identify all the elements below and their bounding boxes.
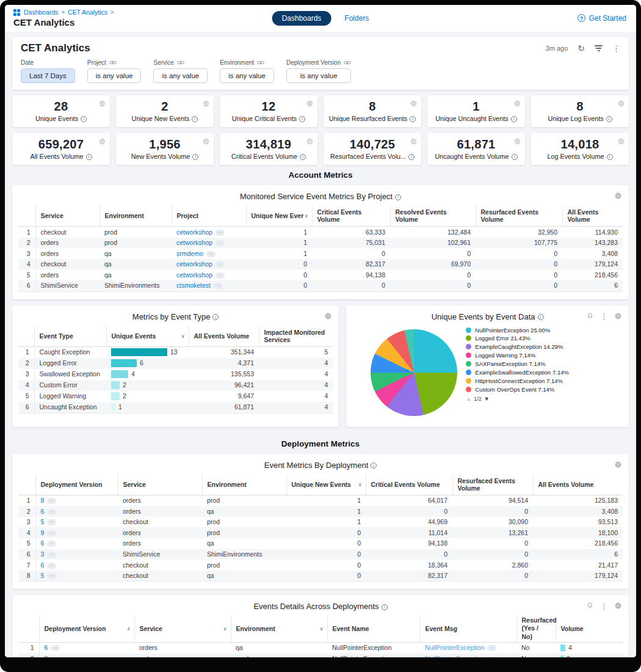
kebab-menu-icon[interactable]: ⋮ xyxy=(600,602,608,611)
legend-item[interactable]: SAXParseException 7.14% xyxy=(466,360,570,367)
legend-item[interactable]: NullPointerException 25.00% xyxy=(466,327,570,334)
get-started-link[interactable]: ? Get Started xyxy=(578,14,626,23)
link[interactable]: 8 xyxy=(41,497,45,504)
link[interactable]: NullPointerException xyxy=(425,644,484,651)
info-icon[interactable]: i xyxy=(192,116,198,122)
ellipsis-badge[interactable]: ⋯ xyxy=(47,530,56,536)
col-event-name[interactable]: Event Name xyxy=(327,615,420,642)
info-icon[interactable]: i xyxy=(408,154,415,160)
ellipsis-badge[interactable]: ⋯ xyxy=(215,240,225,246)
link[interactable]: cetworkshop xyxy=(176,239,212,246)
col-environment[interactable]: Environment∨ xyxy=(231,615,327,642)
legend-item[interactable]: ExampleSwallowedException 7.14% xyxy=(466,369,570,376)
kebab-menu-icon[interactable]: ⋮ xyxy=(600,312,608,321)
info-icon[interactable]: i xyxy=(192,154,198,160)
ellipsis-badge[interactable]: ⋯ xyxy=(51,645,60,651)
bell-icon[interactable] xyxy=(587,311,593,322)
sort-desc-icon[interactable]: ∨ xyxy=(305,213,308,219)
link[interactable]: cetworkshop xyxy=(176,228,212,236)
col-volume[interactable]: Volume xyxy=(556,615,623,642)
ellipsis-badge[interactable]: ⋯ xyxy=(487,656,496,657)
ellipsis-badge[interactable]: ⋯ xyxy=(47,573,56,579)
sort-desc-icon[interactable]: ∨ xyxy=(223,626,227,632)
ellipsis-badge[interactable]: ⋯ xyxy=(47,541,56,547)
info-icon[interactable]: i xyxy=(395,194,401,200)
link[interactable]: 5 xyxy=(41,572,45,579)
link[interactable]: srmdemo xyxy=(176,250,203,257)
link[interactable]: NullPointerException xyxy=(425,655,484,657)
info-icon[interactable]: i xyxy=(512,154,518,160)
col-service[interactable]: Service xyxy=(35,205,100,227)
info-icon[interactable]: i xyxy=(212,314,219,320)
filter-value[interactable]: is any value xyxy=(220,68,274,83)
legend-item[interactable]: Logged Error 21.43% xyxy=(466,335,570,341)
tab-folders[interactable]: Folders xyxy=(344,14,369,23)
kebab-menu-icon[interactable]: ⋮ xyxy=(612,44,620,53)
legend-item[interactable]: ExampleCaughtException 14.29% xyxy=(466,343,570,350)
ellipsis-badge[interactable]: ⋯ xyxy=(214,283,223,289)
filter-value[interactable]: Last 7 Days xyxy=(21,68,75,83)
ellipsis-badge[interactable]: ⋯ xyxy=(47,498,56,504)
legend-item[interactable]: Logged Warning 7.14% xyxy=(466,352,570,359)
col-service[interactable]: Service∨ xyxy=(134,615,231,642)
ellipsis-badge[interactable]: ⋯ xyxy=(215,230,225,236)
link[interactable]: 6 xyxy=(45,644,48,651)
legend-item[interactable]: HttpHostConnectException 7.14% xyxy=(466,378,570,384)
info-icon[interactable]: i xyxy=(607,154,613,160)
tab-dashboards[interactable]: Dashboards xyxy=(272,11,331,26)
ellipsis-badge[interactable]: ⋯ xyxy=(47,509,56,515)
col-resurfaced-events-volume[interactable]: Resurfaced Events Volume xyxy=(452,474,533,495)
col-resolved-events-volume[interactable]: Resolved Events Volume xyxy=(390,205,476,227)
link[interactable]: 6 xyxy=(41,508,45,515)
page-up-icon[interactable]: ▲ xyxy=(466,396,471,403)
link[interactable]: 5 xyxy=(41,518,45,525)
filter-value[interactable]: is any value xyxy=(87,68,142,83)
ellipsis-badge[interactable]: ⋯ xyxy=(206,251,215,257)
info-icon[interactable]: i xyxy=(382,604,388,610)
col-critical-events-volume[interactable]: Critical Events Volume xyxy=(366,474,452,495)
ellipsis-badge[interactable]: ⋯ xyxy=(47,552,56,558)
info-icon[interactable]: i xyxy=(538,314,544,320)
ellipsis-badge[interactable]: ⋯ xyxy=(47,519,56,525)
info-icon[interactable]: i xyxy=(81,116,87,122)
col-unique-new-events[interactable]: Unique New Ever∨ xyxy=(246,205,312,227)
info-icon[interactable]: i xyxy=(371,462,377,469)
col-all-events-volume[interactable]: All Events Volume xyxy=(562,205,623,227)
link[interactable]: 9 xyxy=(41,529,45,536)
col-project[interactable]: Project xyxy=(172,205,246,227)
link[interactable]: cetworkshop xyxy=(176,260,212,268)
info-icon[interactable]: i xyxy=(299,116,305,122)
page-down-icon[interactable]: ▼ xyxy=(484,396,490,403)
col-deployment-version[interactable]: Deployment Version xyxy=(35,474,118,495)
filter-value[interactable]: is any value xyxy=(286,68,352,83)
col-resurfaced[interactable]: Resurfaced (Yes / No) xyxy=(516,615,556,642)
link[interactable]: cetworkshop xyxy=(176,271,212,279)
col-environment[interactable]: Environment xyxy=(100,205,172,227)
col-unique-new-events[interactable]: Unique New Events∨ xyxy=(286,474,366,495)
ellipsis-badge[interactable]: ⋯ xyxy=(487,645,496,651)
col-service[interactable]: Service xyxy=(118,474,202,495)
sort-desc-icon[interactable]: ∨ xyxy=(181,333,185,338)
sort-asc-icon[interactable]: ∧ xyxy=(127,626,131,632)
sort-desc-icon[interactable]: ∨ xyxy=(320,626,324,632)
ellipsis-badge[interactable]: ⋯ xyxy=(215,272,225,279)
refresh-icon[interactable]: ↻ xyxy=(578,43,585,53)
info-icon[interactable]: i xyxy=(511,116,517,122)
col-all-events-volume[interactable]: All Events Volume xyxy=(189,326,259,347)
link[interactable]: 8 xyxy=(45,655,48,657)
col-unique-events[interactable]: Unique Events∨ xyxy=(106,326,189,347)
col-critical-events-volume[interactable]: Critical Events Volume xyxy=(312,205,390,227)
sort-desc-icon[interactable]: ∨ xyxy=(358,481,362,487)
bell-icon[interactable] xyxy=(587,601,593,612)
col-event-type[interactable]: Event Type xyxy=(34,326,106,347)
ellipsis-badge[interactable]: ⋯ xyxy=(47,563,56,569)
col-impacted-services[interactable]: Impacted Monitored Services xyxy=(259,326,333,347)
filter-icon[interactable] xyxy=(595,44,603,53)
pie-chart[interactable] xyxy=(371,329,457,416)
col-event-msg[interactable]: Event Msg xyxy=(420,615,516,642)
info-icon[interactable]: i xyxy=(300,154,306,160)
filter-value[interactable]: is any value xyxy=(153,68,208,83)
breadcrumb-cet-analytics[interactable]: CET Analytics xyxy=(68,9,107,16)
info-icon[interactable]: i xyxy=(86,154,92,160)
col-resurfaced-events-volume[interactable]: Resurfaced Events Volume xyxy=(476,205,562,227)
